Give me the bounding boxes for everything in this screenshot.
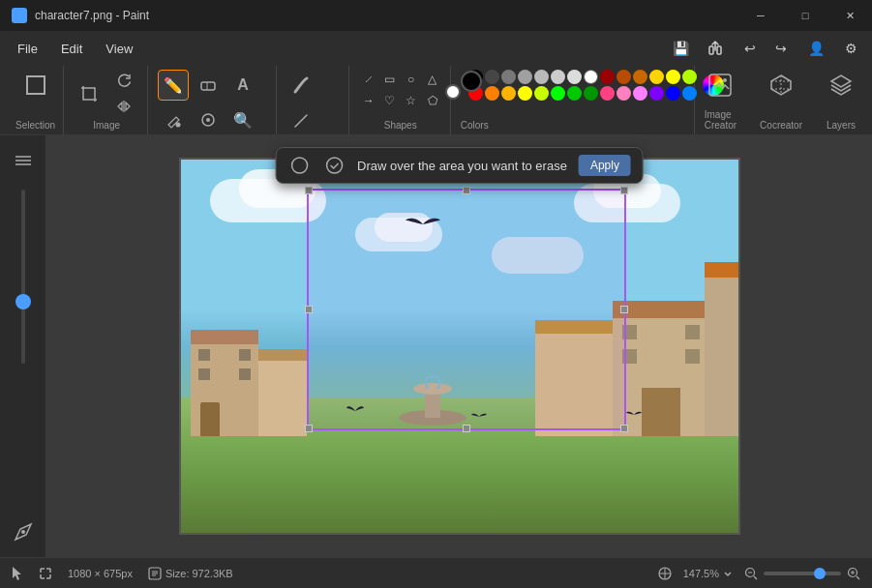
color-orange2[interactable] xyxy=(633,70,647,84)
floating-toolbar: Draw over the area you want to erase App… xyxy=(275,147,644,184)
svg-point-4 xyxy=(176,123,181,128)
undo-button[interactable]: ↩ xyxy=(737,35,764,62)
color-darkred[interactable] xyxy=(600,70,615,84)
color-brightyellow[interactable] xyxy=(518,86,532,101)
text-button[interactable]: A xyxy=(227,70,258,101)
eraser-button[interactable] xyxy=(193,70,224,101)
maximize-button[interactable]: □ xyxy=(783,0,827,31)
color-darkgray2[interactable] xyxy=(501,70,516,84)
shape-heart[interactable]: ♡ xyxy=(380,91,400,110)
color-darkorange[interactable] xyxy=(616,70,631,84)
selection-rectangle-button[interactable] xyxy=(20,70,51,101)
floating-check-icon[interactable] xyxy=(322,154,346,177)
color-picker-button[interactable] xyxy=(193,104,224,135)
svg-point-6 xyxy=(206,118,210,122)
pencil-button[interactable]: ✏️ xyxy=(158,70,189,101)
flip-button[interactable] xyxy=(108,95,139,118)
color-blue[interactable] xyxy=(666,86,680,101)
share-icon[interactable] xyxy=(702,35,729,62)
canvas-image[interactable] xyxy=(179,158,740,535)
menu-view[interactable]: View xyxy=(96,38,142,60)
shape-triangle[interactable]: △ xyxy=(423,70,442,89)
color-lightgray1[interactable] xyxy=(534,70,549,84)
layers-button[interactable]: Layers xyxy=(818,66,864,134)
rotate-button[interactable] xyxy=(108,70,139,93)
close-button[interactable]: ✕ xyxy=(827,0,872,31)
handle-tm[interactable] xyxy=(463,187,470,194)
zoom-center-icon[interactable] xyxy=(658,567,672,580)
zoom-slider-thumb[interactable] xyxy=(814,568,826,579)
shape-pentagon[interactable]: ⬠ xyxy=(423,91,442,110)
color-lightpink[interactable] xyxy=(616,86,631,101)
magic-select-tool[interactable] xyxy=(6,514,41,549)
color-orange[interactable] xyxy=(485,86,499,101)
color-white[interactable] xyxy=(584,70,598,84)
color-cornflower[interactable] xyxy=(682,86,697,101)
svg-point-8 xyxy=(723,78,727,82)
brush-2-button[interactable] xyxy=(286,104,317,135)
menu-edit[interactable]: Edit xyxy=(51,38,92,60)
filesize-status: Size: 972.3KB xyxy=(148,567,233,580)
image-creator-button[interactable]: Image Creator xyxy=(697,66,744,134)
zoom-level-display[interactable]: 147.5% xyxy=(683,568,733,579)
color-purple[interactable] xyxy=(649,86,664,101)
shape-line[interactable]: ⟋ xyxy=(359,70,378,89)
canvas-area[interactable]: Draw over the area you want to erase App… xyxy=(46,135,872,557)
color-green[interactable] xyxy=(551,86,565,101)
zoom-button[interactable]: 🔍 xyxy=(227,104,258,135)
shape-arrow[interactable]: → xyxy=(359,91,378,110)
zoom-slider-track[interactable] xyxy=(764,572,841,575)
color-lightgray2[interactable] xyxy=(551,70,565,84)
settings-icon[interactable]: ⚙ xyxy=(837,35,864,62)
foreground-color[interactable] xyxy=(461,71,482,92)
color-medgreen[interactable] xyxy=(567,86,582,101)
color-yellow[interactable] xyxy=(666,70,680,84)
colors-label: Colors xyxy=(461,120,686,131)
window-title: character7.png - Paint xyxy=(35,9,860,22)
handle-ml[interactable] xyxy=(305,306,313,313)
crop-button[interactable] xyxy=(74,78,105,109)
color-yellow-green[interactable] xyxy=(682,70,697,84)
color-darkgreen[interactable] xyxy=(584,86,598,101)
status-right: 147.5% xyxy=(658,567,860,580)
fountain xyxy=(394,369,471,431)
redo-button[interactable]: ↪ xyxy=(767,35,795,62)
sidebar-lines-tool[interactable] xyxy=(6,143,41,178)
menu-file[interactable]: File xyxy=(8,38,47,60)
brush-1-button[interactable] xyxy=(286,70,317,101)
color-amber[interactable] xyxy=(501,86,516,101)
ground-bird-2 xyxy=(471,409,487,426)
shape-star[interactable]: ☆ xyxy=(402,91,421,110)
background-color[interactable] xyxy=(445,84,461,100)
minimize-button[interactable]: ─ xyxy=(738,0,783,31)
color-gold[interactable] xyxy=(649,70,664,84)
svg-line-26 xyxy=(857,576,859,579)
size-slider-track[interactable] xyxy=(21,190,25,364)
apply-button[interactable]: Apply xyxy=(579,155,631,176)
fill-button[interactable] xyxy=(158,104,189,135)
zoom-out-button[interactable] xyxy=(744,567,758,580)
cocreator-button[interactable]: Cocreator xyxy=(752,66,810,134)
shape-rect[interactable]: ▭ xyxy=(380,70,400,89)
shape-circle[interactable]: ○ xyxy=(402,70,421,89)
building-left-1 xyxy=(191,330,258,436)
cocreator-icon xyxy=(766,70,797,101)
svg-point-13 xyxy=(291,158,307,173)
user-icon[interactable]: 👤 xyxy=(802,35,829,62)
color-gray[interactable] xyxy=(518,70,532,84)
floating-circle-icon[interactable] xyxy=(287,154,311,177)
color-lightgray3[interactable] xyxy=(567,70,582,84)
color-darkgray1[interactable] xyxy=(485,70,499,84)
app-icon xyxy=(12,8,27,23)
toolbar-right: Image Creator Cocreator Layers xyxy=(697,66,864,134)
zoom-in-button[interactable] xyxy=(847,567,860,580)
svg-point-14 xyxy=(326,158,342,173)
size-slider-thumb[interactable] xyxy=(15,294,31,309)
color-hotpink[interactable] xyxy=(633,86,647,101)
image-creator-icon xyxy=(705,70,736,101)
color-lime[interactable] xyxy=(534,86,549,101)
save-icon[interactable]: 💾 xyxy=(667,35,694,62)
color-pink[interactable] xyxy=(600,86,615,101)
menu-bar: File Edit View 💾 ↩ ↪ 👤 ⚙ xyxy=(0,31,872,66)
shapes-buttons: ⟋ ▭ ○ △ → ♡ ☆ ⬠ xyxy=(359,70,442,110)
